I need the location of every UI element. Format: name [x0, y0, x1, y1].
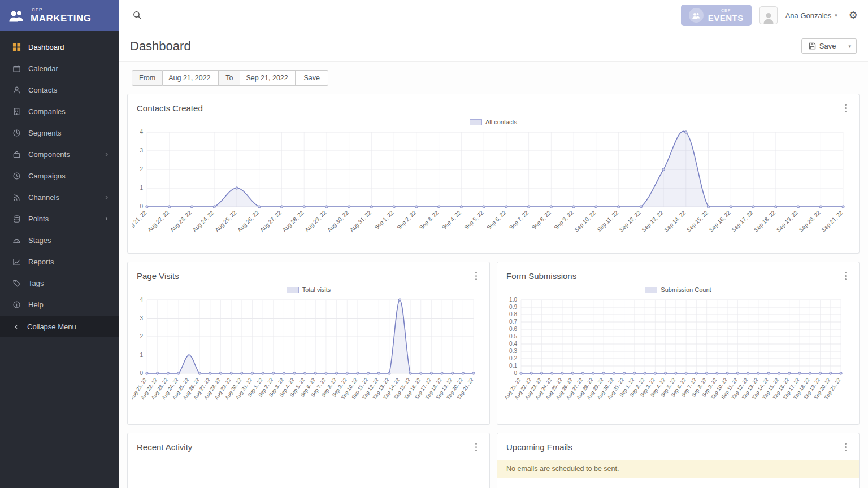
- svg-text:4: 4: [140, 297, 143, 303]
- contacts-created-chart: 01234Aug 21, 22Aug 22, 22Aug 23, 22Aug 2…: [132, 125, 851, 251]
- collapse-menu-label: Collapse Menu: [27, 323, 76, 331]
- chevron-left-icon: [12, 323, 20, 330]
- sidebar-item-label: Contacts: [28, 86, 57, 94]
- sidebar-item-campaigns[interactable]: Campaigns: [0, 165, 119, 186]
- svg-text:Aug 28, 22: Aug 28, 22: [281, 209, 305, 233]
- save-dropdown-button[interactable]: ▾: [843, 38, 857, 54]
- gear-icon[interactable]: ⚙: [849, 10, 858, 20]
- user-name-label: Ana Gonzales: [785, 11, 832, 20]
- sidebar-item-points[interactable]: Points: [0, 208, 119, 229]
- sidebar-item-label: Reports: [28, 258, 54, 266]
- sidebar-item-components[interactable]: Components: [0, 143, 119, 165]
- upcoming-emails-panel: Upcoming Emails No emails are scheduled …: [497, 433, 860, 488]
- svg-text:0.6: 0.6: [509, 326, 517, 332]
- to-date-input[interactable]: [240, 70, 296, 86]
- svg-text:Aug 24, 22: Aug 24, 22: [192, 209, 215, 233]
- svg-text:1.0: 1.0: [509, 297, 517, 303]
- svg-text:Aug 21, 22: Aug 21, 22: [132, 209, 148, 233]
- stages-icon: [12, 236, 21, 245]
- legend-label: All contacts: [485, 119, 517, 125]
- components-icon: [12, 150, 21, 159]
- svg-text:Aug 29, 22: Aug 29, 22: [303, 209, 327, 233]
- brand-name-label: MARKETING: [31, 14, 91, 23]
- svg-text:Sep 18, 22: Sep 18, 22: [753, 209, 776, 233]
- sidebar-item-label: Dashboard: [28, 43, 64, 51]
- brand-logo[interactable]: CEP MARKETING: [0, 0, 119, 31]
- sidebar-item-stages[interactable]: Stages: [0, 229, 119, 251]
- page-title: Dashboard: [130, 39, 191, 54]
- svg-text:Sep 19, 22: Sep 19, 22: [775, 209, 799, 233]
- form-submissions-title: Form Submissions: [506, 271, 576, 281]
- sidebar-item-reports[interactable]: Reports: [0, 251, 119, 272]
- page-visits-panel: Page Visits Total visits 01234Aug 21, 22…: [127, 262, 490, 425]
- svg-text:Sep 15, 22: Sep 15, 22: [685, 209, 709, 233]
- svg-text:1: 1: [140, 352, 143, 358]
- svg-text:1: 1: [140, 185, 143, 191]
- sidebar-item-companies[interactable]: Companies: [0, 101, 119, 122]
- panel-menu-kebab[interactable]: [472, 441, 480, 453]
- chevron-down-icon: ▾: [848, 43, 851, 49]
- sidebar-item-label: Calendar: [28, 64, 58, 73]
- panel-menu-kebab[interactable]: [841, 102, 850, 114]
- chevron-right-icon: [103, 216, 110, 222]
- filter-save-button[interactable]: Save: [296, 70, 328, 86]
- campaigns-icon: [12, 172, 21, 180]
- svg-text:Sep 3, 22: Sep 3, 22: [418, 209, 440, 230]
- date-filter: From To Save: [132, 70, 860, 86]
- svg-text:Sep 1, 22: Sep 1, 22: [374, 209, 395, 230]
- svg-text:Sep 17, 22: Sep 17, 22: [730, 209, 754, 233]
- svg-text:Aug 26, 22: Aug 26, 22: [236, 209, 260, 233]
- contacts-icon: [12, 86, 21, 94]
- svg-text:0.7: 0.7: [509, 319, 517, 325]
- sidebar-item-label: Points: [28, 215, 49, 223]
- legend-swatch[interactable]: [287, 287, 299, 293]
- panel-menu-kebab[interactable]: [841, 269, 850, 282]
- svg-text:Aug 31, 22: Aug 31, 22: [349, 209, 372, 233]
- legend-swatch[interactable]: [645, 287, 657, 293]
- svg-text:0.3: 0.3: [509, 348, 517, 354]
- svg-text:2: 2: [140, 333, 143, 339]
- sidebar-item-channels[interactable]: Channels: [0, 186, 119, 208]
- chevron-down-icon: ▾: [835, 12, 837, 18]
- segments-icon: [12, 129, 21, 137]
- svg-text:Sep 4, 22: Sep 4, 22: [441, 209, 462, 230]
- sidebar-item-help[interactable]: Help: [0, 294, 119, 315]
- svg-text:Sep 6, 22: Sep 6, 22: [485, 209, 507, 230]
- sidebar-item-calendar[interactable]: Calendar: [0, 58, 119, 79]
- svg-text:Sep 16, 22: Sep 16, 22: [708, 209, 732, 233]
- sidebar-item-contacts[interactable]: Contacts: [0, 79, 119, 101]
- help-icon: [12, 300, 21, 309]
- user-menu[interactable]: Ana Gonzales ▾: [785, 11, 837, 20]
- events-button[interactable]: CEP EVENTS: [681, 5, 752, 26]
- contacts-created-panel: Contacts Created All contacts 01234Aug 2…: [127, 94, 860, 254]
- sidebar-item-tags[interactable]: Tags: [0, 272, 119, 294]
- panel-menu-kebab[interactable]: [841, 441, 850, 453]
- save-button[interactable]: Save: [801, 38, 844, 54]
- calendar-icon: [12, 64, 21, 73]
- legend-swatch[interactable]: [470, 119, 482, 125]
- svg-text:0: 0: [140, 370, 143, 376]
- collapse-menu-button[interactable]: Collapse Menu: [0, 316, 119, 337]
- svg-text:0.1: 0.1: [509, 363, 517, 369]
- panel-menu-kebab[interactable]: [472, 269, 480, 282]
- to-label: To: [218, 70, 240, 86]
- svg-text:Sep 10, 22: Sep 10, 22: [573, 209, 597, 233]
- channels-icon: [12, 193, 21, 202]
- events-top-label: CEP: [709, 8, 744, 12]
- avatar[interactable]: [760, 6, 778, 24]
- from-date-input[interactable]: [163, 70, 218, 86]
- svg-text:Aug 30, 22: Aug 30, 22: [326, 209, 350, 233]
- svg-text:Aug 23, 22: Aug 23, 22: [169, 209, 193, 233]
- recent-activity-title: Recent Activity: [137, 442, 192, 452]
- search-button[interactable]: [129, 7, 146, 24]
- form-submissions-panel: Form Submissions Submission Count 00.10.…: [497, 262, 860, 425]
- svg-text:0.2: 0.2: [509, 355, 517, 361]
- from-label: From: [132, 70, 163, 86]
- sidebar-item-segments[interactable]: Segments: [0, 122, 119, 143]
- svg-text:Sep 2, 22: Sep 2, 22: [396, 209, 417, 230]
- sidebar-item-dashboard[interactable]: Dashboard: [0, 36, 119, 58]
- sidebar-item-label: Help: [28, 300, 44, 309]
- svg-text:0.9: 0.9: [509, 304, 517, 310]
- tags-icon: [12, 279, 21, 287]
- svg-text:Sep 14, 22: Sep 14, 22: [663, 209, 687, 233]
